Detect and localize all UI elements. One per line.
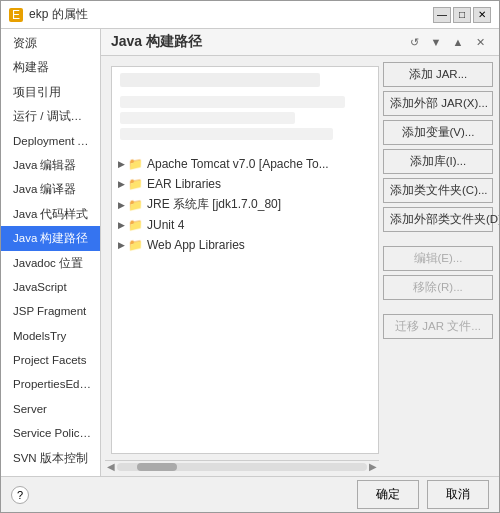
title-bar: E ekp 的属性 — □ ✕ — [1, 1, 499, 29]
folder-icon-junit: 📁 — [127, 217, 143, 233]
panel-header-icons: ↺ ▼ ▲ ✕ — [405, 33, 489, 51]
app-icon: E — [9, 8, 23, 22]
sidebar-item-java-editor[interactable]: Java 编辑器 — [1, 153, 100, 177]
sidebar-item-deployment[interactable]: Deployment Ass — [1, 129, 100, 153]
tree-item-webapp-label: Web App Libraries — [147, 238, 245, 252]
migrate-jar-button[interactable]: 迁移 JAR 文件... — [383, 314, 493, 339]
expand-icon-jre: ▶ — [118, 200, 125, 210]
cancel-button[interactable]: 取消 — [427, 480, 489, 509]
tree-item-jre-label: JRE 系统库 [jdk1.7.0_80] — [147, 196, 281, 213]
blurred-content — [112, 94, 378, 150]
add-class-folder-button[interactable]: 添加类文件夹(C)... — [383, 178, 493, 203]
tree-item-jre[interactable]: ▶ 📁 JRE 系统库 [jdk1.7.0_80] — [112, 194, 378, 215]
close-button[interactable]: ✕ — [473, 7, 491, 23]
bottom-bar: ? 确定 取消 — [1, 476, 499, 512]
sidebar-item-server[interactable]: Server — [1, 397, 100, 421]
sidebar-item-builders[interactable]: 构建器 — [1, 55, 100, 79]
panel-header: Java 构建路径 ↺ ▼ ▲ ✕ — [101, 29, 499, 56]
confirm-button[interactable]: 确定 — [357, 480, 419, 509]
tree-item-webapp[interactable]: ▶ 📁 Web App Libraries — [112, 235, 378, 255]
panel-up-icon[interactable]: ▲ — [449, 33, 467, 51]
expand-icon-junit: ▶ — [118, 220, 125, 230]
panel-back-icon[interactable]: ↺ — [405, 33, 423, 51]
btn-separator-1 — [383, 236, 493, 242]
sidebar-item-project-refs[interactable]: 项目引用 — [1, 80, 100, 104]
main-content: 资源 构建器 项目引用 运行 / 调试设置 Deployment Ass Jav… — [1, 29, 499, 476]
folder-icon-tomcat: 📁 — [127, 156, 143, 172]
tree-content: ▶ 📁 Apache Tomcat v7.0 [Apache To... ▶ 📁… — [112, 150, 378, 259]
add-external-jar-button[interactable]: 添加外部 JAR(X)... — [383, 91, 493, 116]
sidebar-item-java-build-path[interactable]: Java 构建路径 — [1, 226, 100, 250]
sidebar-item-svn[interactable]: SVN 版本控制 — [1, 446, 100, 470]
panel-down-icon[interactable]: ▼ — [427, 33, 445, 51]
title-bar-left: E ekp 的属性 — [9, 6, 88, 23]
sidebar: 资源 构建器 项目引用 运行 / 调试设置 Deployment Ass Jav… — [1, 29, 101, 476]
tree-item-tomcat[interactable]: ▶ 📁 Apache Tomcat v7.0 [Apache To... — [112, 154, 378, 174]
main-window: E ekp 的属性 — □ ✕ 资源 构建器 项目引用 运行 / 调试设置 De… — [0, 0, 500, 513]
scroll-left-arrow[interactable]: ◀ — [107, 461, 115, 472]
scrollbar-track[interactable] — [117, 463, 367, 471]
maximize-button[interactable]: □ — [453, 7, 471, 23]
sidebar-item-modelstry[interactable]: ModelsTry — [1, 324, 100, 348]
panel-title: Java 构建路径 — [111, 33, 202, 51]
expand-icon-tomcat: ▶ — [118, 159, 125, 169]
expand-icon-webapp: ▶ — [118, 240, 125, 250]
bottom-left: ? — [11, 486, 29, 504]
tree-item-tomcat-label: Apache Tomcat v7.0 [Apache To... — [147, 157, 329, 171]
folder-icon-jre: 📁 — [127, 197, 143, 213]
tree-item-junit[interactable]: ▶ 📁 JUnit 4 — [112, 215, 378, 235]
sidebar-item-java-compiler[interactable]: Java 编译器 — [1, 177, 100, 201]
sidebar-item-resources[interactable]: 资源 — [1, 31, 100, 55]
folder-icon-ear: 📁 — [127, 176, 143, 192]
add-variable-button[interactable]: 添加变量(V)... — [383, 120, 493, 145]
sidebar-item-project-facets[interactable]: Project Facets — [1, 348, 100, 372]
sidebar-item-javascript[interactable]: JavaScript — [1, 275, 100, 299]
expand-icon-ear: ▶ — [118, 179, 125, 189]
build-path-tree[interactable]: ▶ 📁 Apache Tomcat v7.0 [Apache To... ▶ 📁… — [111, 66, 379, 454]
tree-item-ear-libraries[interactable]: ▶ 📁 EAR Libraries — [112, 174, 378, 194]
sidebar-item-javadoc[interactable]: Javadoc 位置 — [1, 251, 100, 275]
blurred-tabs — [112, 67, 378, 94]
tree-item-junit-label: JUnit 4 — [147, 218, 184, 232]
folder-icon-webapp: 📁 — [127, 237, 143, 253]
scrollbar-thumb[interactable] — [137, 463, 177, 471]
add-jar-button[interactable]: 添加 JAR... — [383, 62, 493, 87]
panel-close-icon[interactable]: ✕ — [471, 33, 489, 51]
window-controls: — □ ✕ — [433, 7, 491, 23]
panel-body: ▶ 📁 Apache Tomcat v7.0 [Apache To... ▶ 📁… — [101, 56, 499, 476]
sidebar-item-run-debug[interactable]: 运行 / 调试设置 — [1, 104, 100, 128]
tree-item-ear-label: EAR Libraries — [147, 177, 221, 191]
scroll-right-arrow[interactable]: ▶ — [369, 461, 377, 472]
sidebar-item-java-code-style[interactable]: Java 代码样式 — [1, 202, 100, 226]
minimize-button[interactable]: — — [433, 7, 451, 23]
bottom-buttons: 确定 取消 — [357, 480, 489, 509]
horizontal-scrollbar[interactable]: ◀ ▶ — [105, 460, 379, 472]
sidebar-item-jsp-fragment[interactable]: JSP Fragment — [1, 299, 100, 323]
add-library-button[interactable]: 添加库(I)... — [383, 149, 493, 174]
help-button[interactable]: ? — [11, 486, 29, 504]
right-panel: Java 构建路径 ↺ ▼ ▲ ✕ — [101, 29, 499, 476]
sidebar-item-service-policies[interactable]: Service Policies — [1, 421, 100, 445]
edit-button[interactable]: 编辑(E)... — [383, 246, 493, 271]
add-external-class-folder-button[interactable]: 添加外部类文件夹(D)... — [383, 207, 493, 232]
btn-separator-2 — [383, 304, 493, 310]
window-title: ekp 的属性 — [29, 6, 88, 23]
button-panel: 添加 JAR... 添加外部 JAR(X)... 添加变量(V)... 添加库(… — [379, 56, 499, 476]
remove-button[interactable]: 移除(R)... — [383, 275, 493, 300]
sidebar-item-properties-editor[interactable]: PropertiesEditor — [1, 372, 100, 396]
